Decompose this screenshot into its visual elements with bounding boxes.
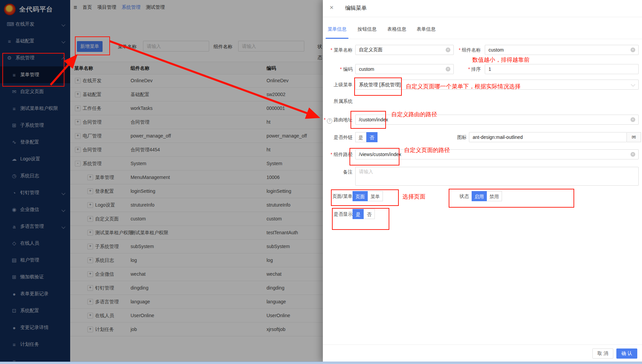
- cancel-button[interactable]: 取 消: [592, 348, 613, 359]
- close-icon[interactable]: ×: [330, 4, 334, 11]
- toggle-option-否[interactable]: 否: [364, 209, 375, 219]
- drawer-tab-菜单信息[interactable]: 菜单信息: [328, 26, 346, 32]
- help-icon: ?: [327, 118, 332, 124]
- field-label-external: 是否外链: [323, 132, 353, 142]
- drawer-tabs: 菜单信息按钮信息表格信息表单信息: [323, 20, 642, 39]
- toggle-option-菜单[interactable]: 菜单: [368, 191, 383, 201]
- visible-toggle: 是否: [353, 209, 375, 219]
- field-label-sort: 排序: [454, 64, 481, 74]
- toggle-option-否[interactable]: 否: [366, 132, 378, 142]
- toggle-option-是[interactable]: 是: [355, 132, 366, 142]
- status-toggle: 启用禁用: [472, 191, 502, 201]
- drawer-header: × 编辑菜单: [323, 0, 642, 17]
- clear-icon[interactable]: ×: [631, 48, 635, 52]
- toggle-option-禁用[interactable]: 禁用: [487, 191, 502, 201]
- field-label-route: * ?路由地址: [323, 115, 353, 125]
- field-label-status: 状态: [450, 191, 469, 201]
- edit-menu-drawer: × 编辑菜单 菜单信息按钮信息表格信息表单信息 菜单名称 × 组件名称 × 编码…: [323, 0, 642, 362]
- toggle-option-页面[interactable]: 页面: [353, 191, 368, 201]
- component-path-input[interactable]: [355, 149, 639, 159]
- drawer-title: 编辑菜单: [345, 5, 367, 12]
- menu-name-input[interactable]: [355, 45, 454, 55]
- field-label-menu-name: 菜单名称: [323, 45, 353, 55]
- code-input[interactable]: [355, 64, 454, 74]
- external-link-toggle: 是否: [355, 132, 378, 142]
- clear-icon[interactable]: ×: [446, 48, 450, 52]
- clear-icon[interactable]: ×: [631, 117, 635, 122]
- field-label-code: 编码: [323, 64, 353, 74]
- component-name-input[interactable]: [485, 45, 639, 55]
- field-label-parent-menu: 上级菜单: [323, 80, 353, 90]
- drawer-tab-按钮信息[interactable]: 按钮信息: [358, 26, 376, 32]
- toggle-option-启用[interactable]: 启用: [472, 191, 487, 201]
- mail-icon[interactable]: ✉: [627, 132, 641, 142]
- page-menu-toggle: 页面菜单: [353, 191, 383, 201]
- field-label-component-path: 组件路径: [323, 149, 353, 159]
- drawer-footer: 取 消 确 认: [323, 344, 642, 362]
- remark-textarea[interactable]: [355, 167, 639, 186]
- confirm-button[interactable]: 确 认: [616, 348, 637, 359]
- parent-menu-select[interactable]: 系统管理 [系统管理]: [355, 80, 639, 90]
- drawer-tab-表格信息[interactable]: 表格信息: [387, 26, 406, 32]
- field-label-remark: 备注: [323, 167, 353, 177]
- taskbar-strip: [0, 362, 642, 364]
- field-label-visible: 是否显示: [323, 209, 353, 219]
- drawer-mask[interactable]: [0, 0, 323, 362]
- icon-input[interactable]: [469, 132, 627, 142]
- clear-icon[interactable]: ×: [631, 152, 635, 157]
- drawer-tab-表单信息[interactable]: 表单信息: [417, 26, 436, 32]
- field-label-component-name: 组件名称: [454, 45, 481, 55]
- field-label-system: 所属系统: [323, 96, 353, 106]
- field-label-page-menu: 页面/菜单: [323, 191, 353, 201]
- clear-icon[interactable]: ×: [446, 67, 450, 71]
- route-input[interactable]: [355, 115, 639, 125]
- toggle-option-是[interactable]: 是: [353, 209, 364, 219]
- field-label-icon: 图标: [450, 132, 467, 142]
- sort-input[interactable]: [485, 64, 639, 74]
